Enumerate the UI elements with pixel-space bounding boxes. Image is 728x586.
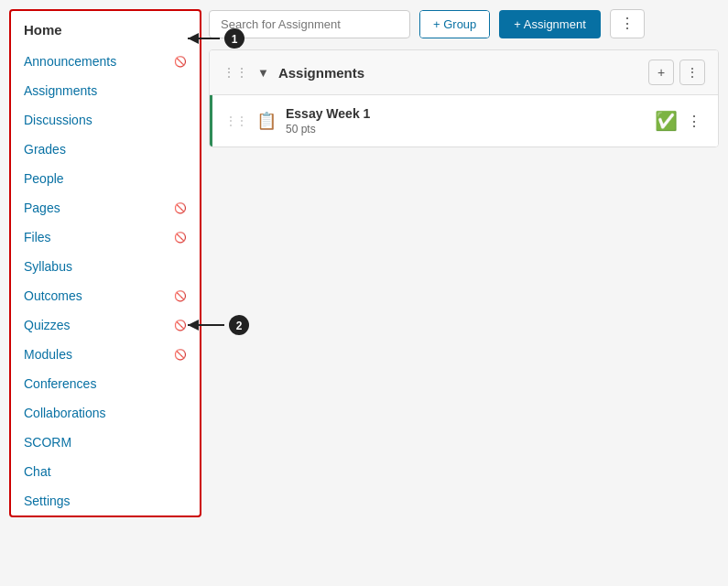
sidebar-item-announcements[interactable]: Announcements🚫 [11, 47, 200, 76]
sidebar-item-files[interactable]: Files🚫 [11, 222, 200, 252]
visibility-icon: 🚫 [174, 232, 187, 244]
collapse-button[interactable]: ▼ [255, 66, 271, 80]
assignment-type-icon: 📋 [256, 111, 277, 131]
sidebar-item-label: Home [24, 22, 187, 38]
sidebar-item-conferences[interactable]: Conferences [11, 369, 200, 398]
add-item-button[interactable]: + [648, 60, 674, 85]
sidebar-item-label: Pages [24, 201, 168, 215]
sidebar-item-outcomes[interactable]: Outcomes🚫 [11, 281, 200, 310]
assignments-header: ⋮⋮ ▼ Assignments + ⋮ [210, 50, 718, 95]
sidebar-item-label: Files [24, 230, 168, 244]
published-icon: ✅ [655, 110, 678, 132]
search-input[interactable] [209, 10, 410, 38]
sidebar-item-settings[interactable]: Settings [11, 486, 200, 515]
more-options-button[interactable]: ⋮ [610, 9, 645, 38]
section-header-actions: + ⋮ [648, 60, 705, 85]
sidebar-item-collaborations[interactable]: Collaborations [11, 398, 200, 428]
visibility-icon: 🚫 [174, 56, 187, 68]
sidebar-item-quizzes[interactable]: Quizzes🚫 [11, 310, 200, 340]
sidebar-item-label: Collaborations [24, 406, 187, 420]
sidebar-item-label: People [24, 171, 187, 186]
sidebar-item-label: Chat [24, 464, 187, 479]
sidebar-item-modules[interactable]: Modules🚫 [11, 340, 200, 369]
visibility-icon: 🚫 [174, 320, 187, 331]
sidebar-item-label: Syllabus [24, 259, 187, 274]
sidebar-item-home[interactable]: Home [11, 11, 200, 47]
sidebar-item-chat[interactable]: Chat [11, 457, 200, 486]
sidebar-item-label: Announcements [24, 54, 168, 69]
item-more-button[interactable]: ⋮ [683, 111, 705, 132]
sidebar-item-people[interactable]: People [11, 164, 200, 193]
sidebar-item-label: Outcomes [24, 288, 168, 303]
main-content: + Group + Assignment ⋮ ⋮⋮ ▼ Assignments … [201, 0, 728, 586]
sidebar-item-label: Discussions [24, 113, 187, 127]
sidebar-item-label: Settings [24, 494, 187, 508]
sidebar: HomeAnnouncements🚫AssignmentsDiscussions… [9, 9, 201, 517]
sidebar-item-label: Quizzes [24, 318, 168, 332]
section-more-button[interactable]: ⋮ [679, 60, 705, 85]
group-button-container: + Group [419, 10, 490, 38]
visibility-icon: 🚫 [174, 290, 187, 302]
sidebar-item-assignments[interactable]: Assignments [11, 76, 200, 105]
item-drag-handle-icon: ⋮⋮ [225, 114, 247, 127]
assignment-points: 50 pts [286, 123, 646, 136]
assignment-item: ⋮⋮ 📋 Essay Week 1 50 pts ✅ ⋮ [210, 95, 718, 146]
toolbar: + Group + Assignment ⋮ [209, 9, 719, 38]
add-group-button[interactable]: + Group [420, 11, 489, 38]
assignments-section-title: Assignments [278, 65, 641, 81]
drag-handle-icon: ⋮⋮ [223, 65, 248, 80]
sidebar-item-label: Modules [24, 347, 168, 362]
visibility-icon: 🚫 [174, 202, 187, 214]
sidebar-item-discussions[interactable]: Discussions [11, 105, 200, 135]
assignment-status: ✅ ⋮ [655, 110, 705, 132]
sidebar-item-syllabus[interactable]: Syllabus [11, 252, 200, 281]
visibility-icon: 🚫 [174, 349, 187, 361]
sidebar-item-label: SCORM [24, 435, 187, 450]
assignment-name[interactable]: Essay Week 1 [286, 106, 646, 121]
sidebar-item-label: Conferences [24, 376, 187, 391]
sidebar-item-label: Grades [24, 142, 187, 157]
sidebar-item-pages[interactable]: Pages🚫 [11, 193, 200, 222]
add-assignment-button[interactable]: + Assignment [499, 10, 600, 38]
sidebar-item-scorm[interactable]: SCORM [11, 428, 200, 457]
assignments-section: ⋮⋮ ▼ Assignments + ⋮ ⋮⋮ 📋 Essay Week 1 5… [209, 49, 719, 147]
sidebar-item-grades[interactable]: Grades [11, 135, 200, 164]
assignment-info: Essay Week 1 50 pts [286, 106, 646, 136]
sidebar-item-label: Assignments [24, 83, 187, 98]
